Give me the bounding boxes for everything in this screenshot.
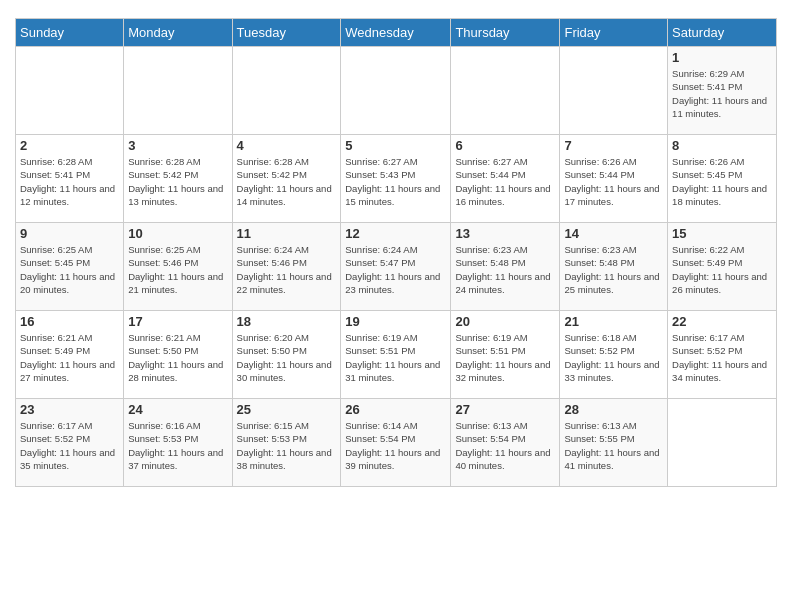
day-number: 7 — [564, 138, 663, 153]
calendar-cell: 14Sunrise: 6:23 AM Sunset: 5:48 PM Dayli… — [560, 223, 668, 311]
day-number: 27 — [455, 402, 555, 417]
calendar-week-row: 23Sunrise: 6:17 AM Sunset: 5:52 PM Dayli… — [16, 399, 777, 487]
calendar-cell: 10Sunrise: 6:25 AM Sunset: 5:46 PM Dayli… — [124, 223, 232, 311]
calendar-cell: 8Sunrise: 6:26 AM Sunset: 5:45 PM Daylig… — [668, 135, 777, 223]
calendar-cell: 25Sunrise: 6:15 AM Sunset: 5:53 PM Dayli… — [232, 399, 341, 487]
day-number: 18 — [237, 314, 337, 329]
calendar-cell — [232, 47, 341, 135]
header-wednesday: Wednesday — [341, 19, 451, 47]
header-sunday: Sunday — [16, 19, 124, 47]
header-thursday: Thursday — [451, 19, 560, 47]
calendar-cell: 23Sunrise: 6:17 AM Sunset: 5:52 PM Dayli… — [16, 399, 124, 487]
day-number: 3 — [128, 138, 227, 153]
day-info: Sunrise: 6:17 AM Sunset: 5:52 PM Dayligh… — [672, 331, 772, 384]
day-info: Sunrise: 6:26 AM Sunset: 5:45 PM Dayligh… — [672, 155, 772, 208]
calendar-cell — [124, 47, 232, 135]
calendar-cell: 19Sunrise: 6:19 AM Sunset: 5:51 PM Dayli… — [341, 311, 451, 399]
header-monday: Monday — [124, 19, 232, 47]
header-row: SundayMondayTuesdayWednesdayThursdayFrid… — [16, 19, 777, 47]
day-info: Sunrise: 6:20 AM Sunset: 5:50 PM Dayligh… — [237, 331, 337, 384]
day-info: Sunrise: 6:23 AM Sunset: 5:48 PM Dayligh… — [455, 243, 555, 296]
day-info: Sunrise: 6:24 AM Sunset: 5:46 PM Dayligh… — [237, 243, 337, 296]
calendar-cell: 22Sunrise: 6:17 AM Sunset: 5:52 PM Dayli… — [668, 311, 777, 399]
day-info: Sunrise: 6:25 AM Sunset: 5:45 PM Dayligh… — [20, 243, 119, 296]
calendar-cell: 9Sunrise: 6:25 AM Sunset: 5:45 PM Daylig… — [16, 223, 124, 311]
day-info: Sunrise: 6:28 AM Sunset: 5:42 PM Dayligh… — [128, 155, 227, 208]
header-tuesday: Tuesday — [232, 19, 341, 47]
day-info: Sunrise: 6:13 AM Sunset: 5:54 PM Dayligh… — [455, 419, 555, 472]
day-info: Sunrise: 6:21 AM Sunset: 5:49 PM Dayligh… — [20, 331, 119, 384]
day-number: 2 — [20, 138, 119, 153]
day-info: Sunrise: 6:14 AM Sunset: 5:54 PM Dayligh… — [345, 419, 446, 472]
day-number: 9 — [20, 226, 119, 241]
calendar-week-row: 2Sunrise: 6:28 AM Sunset: 5:41 PM Daylig… — [16, 135, 777, 223]
day-info: Sunrise: 6:15 AM Sunset: 5:53 PM Dayligh… — [237, 419, 337, 472]
calendar-cell: 4Sunrise: 6:28 AM Sunset: 5:42 PM Daylig… — [232, 135, 341, 223]
calendar-cell: 15Sunrise: 6:22 AM Sunset: 5:49 PM Dayli… — [668, 223, 777, 311]
day-number: 25 — [237, 402, 337, 417]
day-info: Sunrise: 6:23 AM Sunset: 5:48 PM Dayligh… — [564, 243, 663, 296]
day-info: Sunrise: 6:17 AM Sunset: 5:52 PM Dayligh… — [20, 419, 119, 472]
calendar-cell: 26Sunrise: 6:14 AM Sunset: 5:54 PM Dayli… — [341, 399, 451, 487]
day-info: Sunrise: 6:13 AM Sunset: 5:55 PM Dayligh… — [564, 419, 663, 472]
calendar-header: SundayMondayTuesdayWednesdayThursdayFrid… — [16, 19, 777, 47]
day-info: Sunrise: 6:19 AM Sunset: 5:51 PM Dayligh… — [345, 331, 446, 384]
calendar-cell — [668, 399, 777, 487]
day-number: 6 — [455, 138, 555, 153]
day-number: 13 — [455, 226, 555, 241]
day-info: Sunrise: 6:29 AM Sunset: 5:41 PM Dayligh… — [672, 67, 772, 120]
day-number: 12 — [345, 226, 446, 241]
calendar-cell: 6Sunrise: 6:27 AM Sunset: 5:44 PM Daylig… — [451, 135, 560, 223]
calendar-cell: 1Sunrise: 6:29 AM Sunset: 5:41 PM Daylig… — [668, 47, 777, 135]
day-number: 16 — [20, 314, 119, 329]
page-container: General Blue SundayMondayTuesdayWednesda… — [0, 0, 792, 497]
calendar-cell: 24Sunrise: 6:16 AM Sunset: 5:53 PM Dayli… — [124, 399, 232, 487]
day-number: 5 — [345, 138, 446, 153]
calendar-cell: 13Sunrise: 6:23 AM Sunset: 5:48 PM Dayli… — [451, 223, 560, 311]
day-info: Sunrise: 6:28 AM Sunset: 5:41 PM Dayligh… — [20, 155, 119, 208]
calendar-cell: 27Sunrise: 6:13 AM Sunset: 5:54 PM Dayli… — [451, 399, 560, 487]
day-number: 19 — [345, 314, 446, 329]
day-number: 24 — [128, 402, 227, 417]
day-number: 20 — [455, 314, 555, 329]
calendar-week-row: 1Sunrise: 6:29 AM Sunset: 5:41 PM Daylig… — [16, 47, 777, 135]
calendar-table: SundayMondayTuesdayWednesdayThursdayFrid… — [15, 18, 777, 487]
day-number: 17 — [128, 314, 227, 329]
calendar-cell: 28Sunrise: 6:13 AM Sunset: 5:55 PM Dayli… — [560, 399, 668, 487]
calendar-cell: 2Sunrise: 6:28 AM Sunset: 5:41 PM Daylig… — [16, 135, 124, 223]
calendar-cell: 5Sunrise: 6:27 AM Sunset: 5:43 PM Daylig… — [341, 135, 451, 223]
day-info: Sunrise: 6:16 AM Sunset: 5:53 PM Dayligh… — [128, 419, 227, 472]
calendar-cell: 3Sunrise: 6:28 AM Sunset: 5:42 PM Daylig… — [124, 135, 232, 223]
day-info: Sunrise: 6:27 AM Sunset: 5:44 PM Dayligh… — [455, 155, 555, 208]
calendar-week-row: 16Sunrise: 6:21 AM Sunset: 5:49 PM Dayli… — [16, 311, 777, 399]
day-info: Sunrise: 6:19 AM Sunset: 5:51 PM Dayligh… — [455, 331, 555, 384]
calendar-cell: 12Sunrise: 6:24 AM Sunset: 5:47 PM Dayli… — [341, 223, 451, 311]
day-number: 11 — [237, 226, 337, 241]
day-number: 15 — [672, 226, 772, 241]
day-info: Sunrise: 6:27 AM Sunset: 5:43 PM Dayligh… — [345, 155, 446, 208]
day-number: 23 — [20, 402, 119, 417]
calendar-cell — [451, 47, 560, 135]
calendar-cell — [341, 47, 451, 135]
day-number: 22 — [672, 314, 772, 329]
day-info: Sunrise: 6:26 AM Sunset: 5:44 PM Dayligh… — [564, 155, 663, 208]
calendar-cell: 7Sunrise: 6:26 AM Sunset: 5:44 PM Daylig… — [560, 135, 668, 223]
day-number: 1 — [672, 50, 772, 65]
header-saturday: Saturday — [668, 19, 777, 47]
calendar-cell: 21Sunrise: 6:18 AM Sunset: 5:52 PM Dayli… — [560, 311, 668, 399]
day-number: 14 — [564, 226, 663, 241]
calendar-cell — [16, 47, 124, 135]
day-number: 8 — [672, 138, 772, 153]
day-number: 26 — [345, 402, 446, 417]
day-number: 21 — [564, 314, 663, 329]
day-number: 28 — [564, 402, 663, 417]
day-info: Sunrise: 6:24 AM Sunset: 5:47 PM Dayligh… — [345, 243, 446, 296]
calendar-cell: 20Sunrise: 6:19 AM Sunset: 5:51 PM Dayli… — [451, 311, 560, 399]
day-number: 10 — [128, 226, 227, 241]
calendar-cell: 16Sunrise: 6:21 AM Sunset: 5:49 PM Dayli… — [16, 311, 124, 399]
day-info: Sunrise: 6:22 AM Sunset: 5:49 PM Dayligh… — [672, 243, 772, 296]
header-friday: Friday — [560, 19, 668, 47]
day-info: Sunrise: 6:21 AM Sunset: 5:50 PM Dayligh… — [128, 331, 227, 384]
calendar-cell: 11Sunrise: 6:24 AM Sunset: 5:46 PM Dayli… — [232, 223, 341, 311]
calendar-cell: 18Sunrise: 6:20 AM Sunset: 5:50 PM Dayli… — [232, 311, 341, 399]
